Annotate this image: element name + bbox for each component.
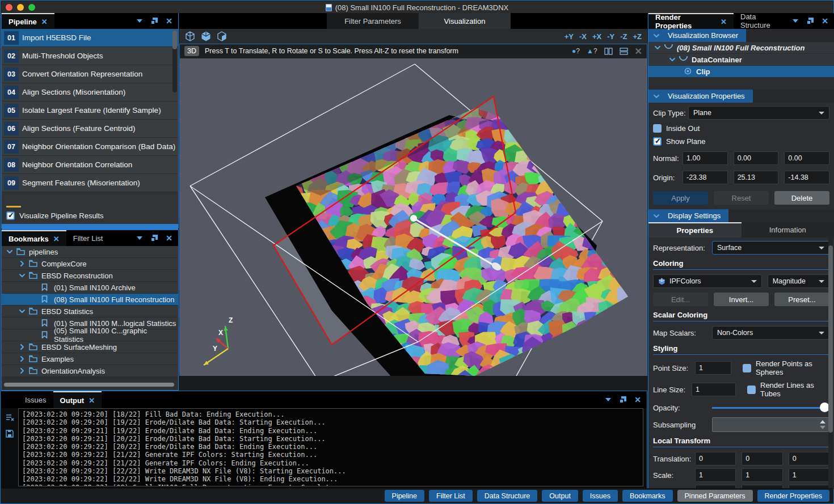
bookmark-tree-item[interactable]: (05) Small IN100 C...graphic Statistics	[2, 329, 178, 341]
origin-x-input[interactable]	[683, 171, 728, 184]
pipeline-item-06[interactable]: 06Align Sections (Feature Centroid)	[2, 120, 178, 138]
tab-render-properties[interactable]: Render Properties ✕	[648, 13, 734, 29]
bookmark-tree-item[interactable]: Examples	[2, 353, 178, 365]
scale-z-input[interactable]	[789, 468, 829, 482]
axis-view-button-minusX[interactable]: -X	[579, 32, 587, 41]
browser-item--08-small-in100-full-reconst[interactable]: (08) Small IN100 Full Reconstruction	[648, 42, 834, 54]
edit-colors-button[interactable]: Edit...	[653, 293, 708, 306]
representation-dropdown[interactable]: Surface	[712, 241, 829, 255]
close-panel-icon[interactable]: ✕	[166, 234, 172, 242]
chevron-right-icon[interactable]	[19, 344, 26, 350]
close-tab-icon[interactable]: ✕	[53, 235, 60, 243]
chevron-down-icon[interactable]	[653, 93, 660, 100]
dock-toggle-issues[interactable]: Issues	[583, 490, 618, 502]
axis-view-button-plusY[interactable]: +Y	[565, 32, 574, 41]
chevron-down-icon[interactable]	[654, 44, 661, 51]
close-tab-icon[interactable]: ✕	[89, 396, 95, 405]
visibility-eye-icon[interactable]	[684, 67, 693, 75]
visualize-results-checkbox[interactable]	[6, 211, 15, 220]
bookmark-tree-item[interactable]: ComplexCore	[2, 258, 178, 270]
tab-output[interactable]: Output ✕	[53, 391, 102, 408]
chevron-right-icon[interactable]	[19, 355, 26, 362]
tab-filter-list[interactable]: Filter List	[66, 230, 110, 246]
reset-button[interactable]: Reset	[714, 191, 769, 205]
pipeline-item-01[interactable]: 01Import H5EBSD File	[2, 29, 178, 47]
dock-toggle-bookmarks[interactable]: Bookmarks	[622, 490, 673, 502]
chevron-down-icon[interactable]	[19, 272, 26, 279]
bookmark-tree-item[interactable]: EBSD Statistics	[2, 306, 178, 317]
visualization-browser-header[interactable]: Visualization Browser	[648, 29, 834, 42]
cell-help-icon[interactable]: ▲?	[587, 47, 597, 55]
bookmark-tree-item[interactable]: pipelines	[2, 246, 178, 258]
translation-y-input[interactable]	[742, 452, 782, 465]
bookmark-tree-item[interactable]: (08) Small IN100 Full Reconstruction	[2, 294, 178, 306]
chevron-down-icon[interactable]	[137, 19, 142, 23]
split-horizontal-icon[interactable]	[620, 48, 628, 55]
tab-information[interactable]: Information	[742, 222, 834, 238]
dock-toggle-data-structure[interactable]: Data Structure	[477, 490, 538, 502]
chevron-down-icon[interactable]	[653, 213, 660, 219]
solid-cube-icon[interactable]	[201, 31, 211, 41]
opacity-slider[interactable]	[712, 403, 829, 413]
subsampling-spinbox[interactable]	[712, 417, 829, 432]
browser-item-datacontainer[interactable]: DataContainer	[648, 54, 834, 66]
pipeline-item-03[interactable]: 03Convert Orientation Representation	[2, 65, 178, 83]
chevron-down-icon[interactable]	[137, 236, 142, 240]
line-size-input[interactable]	[692, 383, 736, 396]
visualization-properties-header[interactable]: Visualization Properties	[648, 90, 834, 103]
render-panel-scrollbar[interactable]	[828, 223, 833, 489]
lines-as-tubes-checkbox[interactable]	[747, 386, 756, 394]
close-tab-icon[interactable]: ✕	[721, 18, 727, 26]
axis-view-button-minusY[interactable]: -Y	[607, 32, 614, 41]
color-array-dropdown[interactable]: IPFColors	[653, 274, 762, 288]
scale-x-input[interactable]	[695, 468, 736, 482]
output-console[interactable]: [2023:02:20 09:29:20] [18/22] Fill Bad D…	[18, 408, 643, 486]
bookmarks-horizontal-scrollbar[interactable]	[4, 383, 174, 387]
pipeline-scrollbar[interactable]	[172, 30, 177, 92]
pipeline-item-02[interactable]: 02Multi-Threshold Objects	[2, 47, 178, 65]
close-panel-icon[interactable]: ✕	[166, 17, 172, 25]
clip-type-dropdown[interactable]: Plane	[688, 106, 829, 120]
pipeline-item-07[interactable]: 07Neighbor Orientation Comparison (Bad D…	[2, 138, 178, 156]
origin-y-input[interactable]	[734, 171, 779, 184]
preset-colors-button[interactable]: Preset...	[774, 293, 829, 306]
split-vertical-icon[interactable]	[604, 48, 613, 55]
chevron-right-icon[interactable]	[19, 260, 26, 267]
axis-view-button-plusZ[interactable]: +Z	[633, 32, 642, 41]
chevron-down-icon[interactable]	[605, 398, 611, 401]
scale-y-input[interactable]	[742, 468, 782, 482]
point-size-input[interactable]	[695, 361, 731, 375]
normal-z-input[interactable]	[784, 151, 829, 165]
display-settings-header[interactable]: Display Settings	[648, 209, 834, 222]
dock-toggle-pinned-parameters[interactable]: Pinned Parameters	[677, 490, 753, 502]
camera-view-cube-icon[interactable]	[185, 31, 195, 41]
undock-icon[interactable]	[150, 235, 158, 242]
dock-toggle-render-properties[interactable]: Render Properties	[757, 490, 829, 502]
bookmark-tree-item[interactable]: (01) Small IN100 Archive	[2, 282, 178, 294]
dock-toggle-output[interactable]: Output	[542, 490, 578, 502]
pipeline-item-05[interactable]: 05Isolate Largest Feature (Identify Samp…	[2, 101, 178, 120]
close-panel-icon[interactable]: ✕	[634, 396, 641, 404]
translation-z-input[interactable]	[789, 452, 829, 465]
apply-button[interactable]: Apply	[653, 191, 708, 205]
undock-icon[interactable]	[806, 18, 814, 25]
chevron-down-icon[interactable]	[653, 32, 660, 39]
normal-x-input[interactable]	[683, 151, 728, 165]
points-as-spheres-checkbox[interactable]	[743, 364, 751, 372]
pipeline-item-09[interactable]: 09Segment Features (Misorientation)	[2, 174, 178, 192]
map-scalars-dropdown[interactable]: Non-Colors	[712, 326, 829, 340]
spin-down-icon[interactable]	[820, 426, 825, 429]
origin-z-input[interactable]	[784, 171, 829, 184]
show-plane-checkbox[interactable]	[653, 137, 662, 146]
axis-view-button-minusZ[interactable]: -Z	[620, 32, 627, 41]
bookmark-tree-item[interactable]: OrientationAnalysis	[2, 365, 178, 377]
bookmark-tree-item[interactable]: EBSD Reconstruction	[2, 270, 178, 282]
tab-properties[interactable]: Properties	[648, 222, 742, 238]
component-dropdown[interactable]: Magnitude	[768, 274, 829, 288]
undock-icon[interactable]	[619, 396, 626, 404]
undock-icon[interactable]	[150, 18, 158, 25]
tab-issues[interactable]: Issues	[18, 391, 53, 408]
point-help-icon[interactable]: ●?	[572, 47, 580, 55]
chevron-down-icon[interactable]	[19, 308, 26, 315]
clipped-cube-icon[interactable]	[217, 31, 227, 41]
